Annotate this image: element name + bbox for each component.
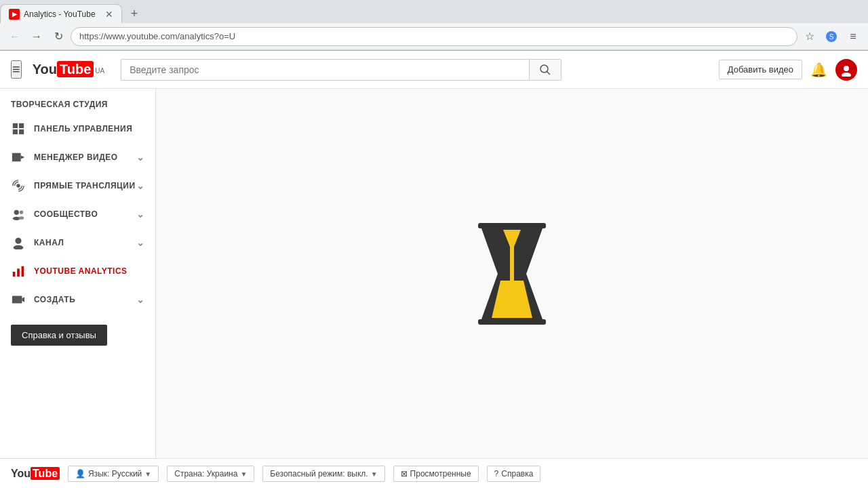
- nav-right-buttons: ☆ S ≡: [800, 27, 863, 46]
- active-tab[interactable]: ▶ Analytics - YouTube ✕: [0, 4, 122, 23]
- svg-text:S: S: [829, 33, 834, 41]
- help-label: Справка: [501, 469, 533, 479]
- add-video-button[interactable]: Добавить видео: [719, 60, 802, 79]
- notifications-button[interactable]: 🔔: [810, 62, 827, 78]
- address-bar[interactable]: https://www.youtube.com/analytics?o=U: [71, 27, 797, 46]
- new-tab-button[interactable]: +: [125, 4, 144, 23]
- back-button[interactable]: ←: [5, 27, 24, 46]
- language-label: Язык: Русский: [88, 469, 142, 479]
- main-area: ТВОРЧЕСКАЯ СТУДИЯ ПАНЕЛЬ УПРАВЛЕНИЯ: [0, 89, 868, 458]
- reload-button[interactable]: ↻: [49, 27, 68, 46]
- svg-rect-7: [19, 123, 24, 128]
- footer-logo-tube: Tube: [31, 467, 60, 480]
- svg-point-15: [13, 217, 20, 220]
- loading-indicator: [475, 220, 549, 328]
- sidebar-item-label: ПРЯМЫЕ ТРАНСЛЯЦИИ: [34, 181, 136, 190]
- safemode-button[interactable]: Безопасный режим: выкл. ▼: [262, 466, 384, 482]
- footer-logo-you: You: [11, 468, 31, 479]
- channel-icon: [11, 235, 26, 250]
- youtube-header: ≡ YouTube UA Добавить видео 🔔: [0, 51, 868, 89]
- sidebar-item-label: ПАНЕЛЬ УПРАВЛЕНИЯ: [34, 124, 144, 134]
- search-bar: [121, 59, 561, 81]
- nav-bar: ← → ↻ https://www.youtube.com/analytics?…: [0, 23, 868, 50]
- language-button[interactable]: 👤 Язык: Русский ▼: [68, 466, 159, 482]
- svg-rect-19: [13, 272, 16, 277]
- svg-point-14: [20, 211, 23, 214]
- sidebar-item-channel[interactable]: КАНАЛ ⌄: [0, 228, 155, 257]
- youtube-page: ≡ YouTube UA Добавить видео 🔔 ТВОРЧЕСКАЯ…: [0, 51, 868, 488]
- sidebar-item-label: СООБЩЕСТВО: [34, 209, 136, 219]
- youtube-logo: YouTube UA: [33, 62, 105, 77]
- sidebar-item-dashboard[interactable]: ПАНЕЛЬ УПРАВЛЕНИЯ: [0, 115, 155, 143]
- dashboard-icon: [11, 121, 26, 136]
- chevron-down-icon: ⌄: [136, 180, 145, 191]
- tab-close-button[interactable]: ✕: [105, 9, 113, 20]
- sidebar-item-video-manager[interactable]: МЕНЕДЖЕР ВИДЕО ⌄: [0, 143, 155, 171]
- sidebar-title: ТВОРЧЕСКАЯ СТУДИЯ: [0, 89, 155, 115]
- svg-point-2: [540, 65, 548, 73]
- svg-point-12: [16, 184, 20, 187]
- sidebar-item-community[interactable]: СООБЩЕСТВО ⌄: [0, 200, 155, 228]
- history-button[interactable]: ⊠ Просмотренные: [393, 466, 479, 482]
- history-icon: ⊠: [401, 469, 408, 479]
- community-icon: [11, 207, 26, 222]
- svg-rect-20: [17, 268, 20, 277]
- logo-text: YouTube: [33, 62, 94, 77]
- menu-button[interactable]: ≡: [844, 27, 863, 46]
- sidebar-item-label: СОЗДАТЬ: [34, 295, 136, 304]
- safemode-label: Безопасный режим: выкл.: [270, 469, 368, 479]
- sidebar-item-label: МЕНЕДЖЕР ВИДЕО: [34, 152, 136, 162]
- chevron-down-icon: ▼: [144, 470, 151, 478]
- sidebar-item-label: YOUTUBE ANALYTICS: [34, 266, 144, 276]
- chevron-down-icon: ▼: [240, 470, 247, 478]
- url-text: https://www.youtube.com/analytics?o=U: [79, 31, 789, 41]
- country-button[interactable]: Страна: Украина ▼: [167, 466, 254, 482]
- svg-point-5: [842, 73, 851, 77]
- help-icon: ?: [494, 469, 499, 479]
- hourglass-icon: [475, 220, 549, 328]
- svg-rect-29: [478, 223, 546, 228]
- tab-favicon: ▶: [9, 9, 20, 20]
- sidebar-item-label: КАНАЛ: [34, 238, 136, 247]
- main-content: [156, 89, 868, 458]
- analytics-icon: [11, 264, 26, 279]
- svg-point-18: [14, 245, 24, 249]
- sidebar-item-live[interactable]: ПРЯМЫЕ ТРАНСЛЯЦИИ ⌄: [0, 171, 155, 200]
- svg-rect-22: [12, 296, 22, 304]
- live-icon: [11, 178, 26, 193]
- svg-line-3: [547, 71, 551, 75]
- language-icon: 👤: [75, 469, 85, 479]
- svg-rect-8: [13, 129, 18, 134]
- extension-button[interactable]: S: [822, 27, 841, 46]
- chevron-down-icon: ⌄: [136, 152, 145, 163]
- feedback-button[interactable]: Справка и отзывы: [11, 325, 107, 346]
- svg-rect-30: [478, 319, 546, 325]
- sidebar-item-analytics[interactable]: YOUTUBE ANALYTICS: [0, 257, 155, 285]
- svg-rect-21: [22, 266, 24, 277]
- logo-country: UA: [95, 67, 104, 75]
- logo-tube: Tube: [57, 61, 94, 77]
- hamburger-button[interactable]: ≡: [11, 60, 22, 79]
- header-right: Добавить видео 🔔: [719, 59, 857, 81]
- search-button[interactable]: [529, 59, 561, 81]
- chevron-down-icon: ⌄: [136, 294, 145, 305]
- history-label: Просмотренные: [410, 469, 471, 479]
- help-button[interactable]: ? Справка: [487, 466, 541, 482]
- svg-rect-10: [12, 153, 21, 162]
- svg-point-13: [14, 210, 19, 215]
- youtube-footer: YouTube 👤 Язык: Русский ▼ Страна: Украин…: [0, 458, 868, 488]
- browser-chrome: ▶ Analytics - YouTube ✕ + ← → ↻ https://…: [0, 0, 868, 51]
- tab-bar: ▶ Analytics - YouTube ✕ +: [0, 0, 868, 23]
- search-input[interactable]: [121, 59, 529, 81]
- tab-title: Analytics - YouTube: [24, 9, 101, 19]
- country-label: Страна: Украина: [174, 469, 237, 479]
- video-manager-icon: [11, 150, 26, 165]
- logo-you: You: [33, 62, 57, 77]
- svg-marker-23: [22, 297, 24, 302]
- sidebar-item-create[interactable]: СОЗДАТЬ ⌄: [0, 285, 155, 314]
- footer-logo: YouTube: [11, 468, 60, 480]
- bookmark-button[interactable]: ☆: [800, 27, 819, 46]
- forward-button[interactable]: →: [27, 27, 46, 46]
- user-avatar[interactable]: [835, 59, 857, 81]
- chevron-down-icon: ⌄: [136, 209, 145, 220]
